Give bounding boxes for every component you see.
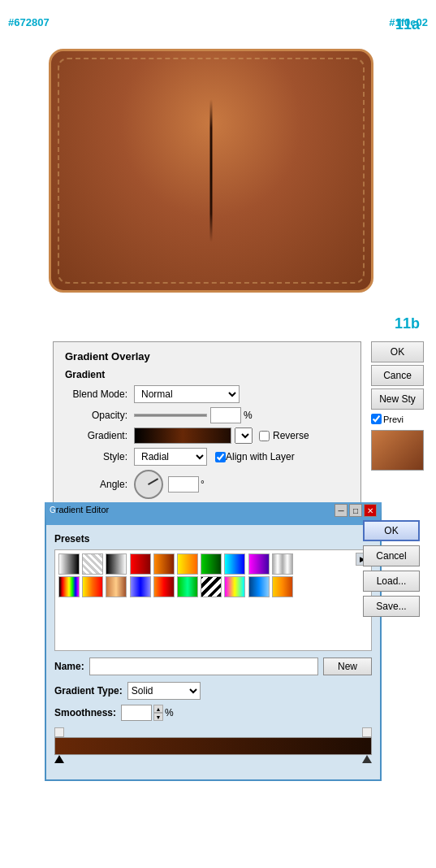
preset-magenta[interactable] [248, 553, 270, 575]
panel-subtitle: Gradient [62, 369, 352, 380]
smoothness-down[interactable]: ▼ [153, 713, 163, 721]
color-stop-right[interactable] [362, 755, 372, 763]
gradient-type-select[interactable]: Solid [127, 682, 201, 700]
color-stop-left[interactable] [54, 755, 64, 763]
preset-green[interactable] [201, 553, 222, 575]
gradient-swatch[interactable] [134, 427, 231, 444]
preset-blue-light[interactable] [130, 576, 151, 597]
preset-gold[interactable] [272, 576, 293, 597]
preset-copper[interactable] [106, 576, 127, 597]
style-select[interactable]: Radial [134, 448, 207, 466]
preset-fire[interactable] [153, 576, 175, 597]
align-layer-label: Align with Layer [215, 451, 295, 462]
preview-row: Previ [371, 414, 424, 424]
opacity-slider[interactable] [134, 414, 207, 417]
stops-bottom [54, 755, 372, 768]
preset-green2[interactable] [177, 576, 198, 597]
ge-title-rest: radient Editor [56, 505, 109, 514]
stops-top [54, 727, 372, 737]
preset-spectrum[interactable] [224, 576, 245, 597]
smoothness-label: Smoothness: [54, 707, 116, 718]
presets-scroll[interactable] [58, 553, 368, 647]
new-style-button[interactable]: New Sty [371, 388, 424, 410]
gradient-type-row: Gradient Type: Solid [54, 682, 372, 700]
preview-label: Previ [383, 414, 404, 424]
wallet-leather [51, 51, 371, 290]
gradient-editor-buttons: OK Cancel Load... Save... [363, 520, 420, 617]
opacity-stop-left[interactable] [54, 727, 64, 737]
gradient-row: Gradient: ▼ Reverse [62, 427, 352, 444]
blend-mode-select[interactable]: Normal [134, 385, 240, 403]
preview-checkbox[interactable] [371, 414, 382, 424]
preset-diagonal[interactable] [201, 576, 222, 597]
section-label-11a: 11a [395, 16, 420, 33]
preset-red-dark[interactable] [130, 553, 151, 575]
blend-mode-label: Blend Mode: [65, 388, 134, 400]
opacity-unit: % [244, 410, 253, 421]
reverse-checkbox[interactable] [259, 431, 270, 441]
angle-dial[interactable] [134, 470, 163, 499]
ge-cancel-button[interactable]: Cancel [363, 545, 420, 566]
style-row: Style: Radial Align with Layer [62, 448, 352, 466]
reverse-label: Reverse [259, 430, 309, 441]
gradient-bar[interactable] [54, 737, 372, 755]
gradient-editor-title: Gradient Editor [50, 504, 109, 515]
smoothness-arrows: ▲ ▼ [153, 705, 163, 721]
opacity-fill [135, 414, 206, 416]
ge-load-button[interactable]: Load... [363, 571, 420, 592]
maximize-button[interactable]: □ [349, 504, 362, 517]
blend-mode-row: Blend Mode: Normal [62, 385, 352, 403]
opacity-input[interactable]: 100 [210, 407, 241, 423]
angle-controls: 90 ° [134, 470, 205, 499]
cancel-button[interactable]: Cance [371, 365, 424, 386]
align-layer-checkbox[interactable] [215, 452, 226, 462]
gradient-label: Gradient: [65, 430, 134, 441]
minimize-button[interactable]: ─ [335, 504, 348, 517]
opacity-label: Opacity: [65, 410, 134, 421]
presets-grid [58, 553, 294, 597]
panel-title: Gradient Overlay [62, 350, 352, 362]
name-row: Name: Custom New [54, 658, 372, 675]
wallet-preview [49, 49, 373, 293]
bottom-colors: #672807 #1f0c02 [0, 16, 436, 28]
angle-input[interactable]: 90 [168, 476, 199, 493]
ge-save-button[interactable]: Save... [363, 596, 420, 617]
fold-line [210, 99, 213, 242]
opacity-controls: 100 % [134, 407, 253, 423]
smoothness-up[interactable]: ▲ [153, 705, 163, 713]
gradient-bar-container [54, 727, 372, 768]
presets-label: Presets [54, 533, 372, 545]
reverse-text: Reverse [273, 430, 309, 441]
name-input[interactable]: Custom [89, 658, 318, 675]
ok-button[interactable]: OK [371, 341, 424, 362]
preset-orange-dark[interactable] [153, 553, 175, 575]
angle-label: Angle: [65, 479, 134, 490]
align-layer-text: Align with Layer [226, 451, 295, 462]
smoothness-row: Smoothness: 100 ▲ ▼ % [54, 705, 372, 721]
angle-row: Angle: 90 ° [62, 470, 352, 499]
new-gradient-button[interactable]: New [323, 658, 372, 675]
style-controls: Radial Align with Layer [134, 448, 295, 466]
gradient-dropdown[interactable]: ▼ [235, 427, 253, 444]
preset-yellow-orange[interactable] [177, 553, 198, 575]
close-button[interactable]: ✕ [364, 504, 377, 517]
gradient-overlay-buttons: OK Cance New Sty Previ [371, 341, 424, 471]
opacity-stop-right[interactable] [362, 727, 372, 737]
color-label-1: #672807 [8, 16, 50, 28]
ge-title-g: G [50, 506, 56, 514]
gradient-editor-content: Presets ▶ [46, 525, 380, 779]
section-label-11b: 11b [395, 315, 420, 332]
preset-chrome[interactable] [272, 553, 293, 575]
ge-ok-button[interactable]: OK [363, 520, 420, 541]
preset-transparent[interactable] [82, 553, 103, 575]
preset-rainbow[interactable] [58, 576, 80, 597]
preset-blue-sky[interactable] [248, 576, 270, 597]
preset-bw[interactable] [58, 553, 80, 575]
preset-cyan-blue[interactable] [224, 553, 245, 575]
smoothness-unit: % [165, 707, 174, 718]
preset-warm[interactable] [82, 576, 103, 597]
name-label-text: Name: [54, 661, 84, 672]
angle-unit: ° [201, 479, 205, 490]
smoothness-input[interactable]: 100 [121, 705, 152, 721]
preset-bw2[interactable] [106, 553, 127, 575]
